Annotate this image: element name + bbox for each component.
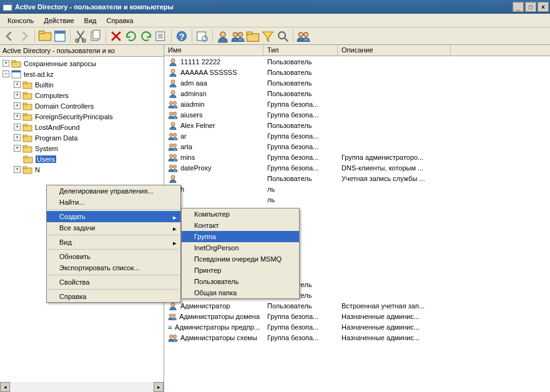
menu-item[interactable]: Все задачи▸ bbox=[47, 222, 180, 233]
tree-item-foreignsecurityprincipals[interactable]: +ForeignSecurityPrincipals bbox=[0, 111, 164, 122]
expand-toggle[interactable]: + bbox=[14, 92, 21, 99]
menu-item[interactable]: Найти... bbox=[47, 197, 180, 208]
menu-item[interactable]: Вид▸ bbox=[47, 237, 180, 248]
maximize-button[interactable]: □ bbox=[525, 2, 536, 12]
row-name: adminsn bbox=[180, 90, 207, 97]
tree-domain-root[interactable]: −test-ad.kz bbox=[0, 69, 164, 79]
list-row[interactable]: hль bbox=[164, 184, 550, 194]
forward-button[interactable] bbox=[17, 29, 31, 43]
list-row[interactable]: ПользовательУчетная запись службы ... bbox=[164, 173, 550, 184]
scroll-track[interactable] bbox=[10, 382, 154, 392]
menu-item[interactable]: Принтер bbox=[182, 265, 299, 276]
refresh2-button[interactable] bbox=[139, 29, 153, 43]
menu-item[interactable]: Псевдоним очереди MSMQ bbox=[182, 253, 299, 265]
list-row[interactable]: adm aaaПользователь bbox=[164, 77, 550, 88]
list-row[interactable]: AAAAAA SSSSSSПользователь bbox=[164, 67, 550, 77]
row-type: Пользователь bbox=[263, 122, 338, 129]
menu-item[interactable]: Делегирование управления... bbox=[47, 185, 180, 197]
column-type[interactable]: Тип bbox=[263, 45, 338, 56]
list-row[interactable]: adminsnПользователь bbox=[164, 88, 550, 99]
delete-button[interactable] bbox=[109, 29, 123, 43]
tree-item-system[interactable]: +System bbox=[0, 143, 164, 154]
expand-toggle[interactable]: − bbox=[2, 71, 9, 77]
list-row[interactable]: aiadminГруппа безопа... bbox=[164, 99, 550, 109]
copy-button[interactable] bbox=[89, 29, 102, 43]
add-to-group-button[interactable] bbox=[297, 29, 310, 43]
tree-item-lostandfound[interactable]: +LostAndFound bbox=[0, 122, 164, 132]
list-row[interactable]: arГруппа безопа... bbox=[164, 130, 550, 141]
column-desc[interactable]: Описание bbox=[338, 45, 451, 56]
menu-item[interactable]: Экспортировать список... bbox=[47, 262, 180, 273]
export-button[interactable] bbox=[154, 29, 168, 43]
list-row[interactable]: Администраторы схемыГруппа безопа...Назн… bbox=[164, 332, 550, 343]
properties-button[interactable] bbox=[53, 29, 67, 43]
tree-item-n[interactable]: +N bbox=[0, 164, 164, 175]
tree-item-builtin[interactable]: +Builtin bbox=[0, 79, 164, 90]
menu-item[interactable]: Группа bbox=[182, 231, 299, 242]
find-button[interactable] bbox=[195, 29, 209, 43]
list-row[interactable]: artaГруппа безопа... bbox=[164, 141, 550, 152]
back-button[interactable] bbox=[2, 29, 16, 43]
tree-item-label: Domain Controllers bbox=[35, 102, 94, 110]
tree-item-computers[interactable]: +Computers bbox=[0, 90, 164, 100]
row-type: Группа безопа... bbox=[263, 313, 338, 320]
menu-item[interactable]: Справка bbox=[47, 291, 180, 302]
menu-item[interactable]: Общая папка bbox=[182, 287, 299, 298]
menu-item[interactable]: Свойства bbox=[47, 277, 180, 288]
list-row[interactable]: Администраторы доменаГруппа безопа...Наз… bbox=[164, 311, 550, 321]
list-row[interactable]: dateProxyГруппа безопа...DNS-клиенты, ко… bbox=[164, 162, 550, 173]
refresh1-button[interactable] bbox=[124, 29, 138, 43]
menu-item[interactable]: Создать▸ bbox=[47, 211, 180, 222]
tree-item-domain controllers[interactable]: +Domain Controllers bbox=[0, 100, 164, 111]
expand-toggle[interactable]: + bbox=[2, 60, 9, 67]
tree-item-program data[interactable]: +Program Data bbox=[0, 132, 164, 143]
submenu-arrow-icon: ▸ bbox=[173, 213, 177, 222]
menu-item[interactable]: Компьютер bbox=[182, 208, 299, 220]
tree-header[interactable]: Active Directory - пользователи и ко bbox=[0, 45, 164, 57]
menu-action[interactable]: Действие bbox=[39, 15, 79, 26]
new-ou-button[interactable] bbox=[246, 29, 260, 43]
svg-rect-8 bbox=[55, 31, 66, 33]
menu-separator bbox=[48, 249, 179, 250]
list-row[interactable]: ль bbox=[164, 194, 550, 205]
row-type: Пользователь bbox=[263, 90, 338, 97]
up-button[interactable] bbox=[38, 29, 52, 43]
filter-button[interactable] bbox=[261, 29, 275, 43]
expand-toggle[interactable]: + bbox=[14, 102, 21, 109]
row-type: Группа безопа... bbox=[263, 132, 338, 140]
menu-console[interactable]: Консоль bbox=[2, 15, 39, 26]
menu-view[interactable]: Вид bbox=[79, 15, 102, 26]
expand-toggle[interactable]: + bbox=[14, 166, 21, 173]
new-user-button[interactable] bbox=[216, 29, 230, 43]
tree-item-label: LostAndFound bbox=[35, 124, 80, 131]
help-button[interactable]: ? bbox=[175, 29, 189, 43]
expand-toggle[interactable]: + bbox=[14, 124, 21, 130]
tree-saved-queries[interactable]: +Сохраненные запросы bbox=[0, 58, 164, 69]
list-row[interactable]: Alex FelnerПользователь bbox=[164, 120, 550, 130]
scroll-right-button[interactable]: ▸ bbox=[154, 382, 164, 392]
list-row[interactable]: aiusersГруппа безопа... bbox=[164, 109, 550, 120]
list-row[interactable]: 11111 22222Пользователь bbox=[164, 56, 550, 67]
expand-toggle[interactable]: + bbox=[14, 113, 21, 120]
expand-toggle[interactable]: + bbox=[14, 134, 21, 141]
expand-toggle[interactable]: + bbox=[14, 145, 21, 152]
row-name: dateProxy bbox=[180, 164, 212, 172]
menu-help[interactable]: Справка bbox=[102, 15, 139, 26]
menu-item[interactable]: Пользователь bbox=[182, 276, 299, 287]
close-button[interactable]: × bbox=[538, 2, 549, 12]
column-name[interactable]: Имя bbox=[164, 45, 263, 56]
menu-item[interactable]: Обновить bbox=[47, 251, 180, 262]
menu-item[interactable]: Контакт bbox=[182, 220, 299, 231]
menu-item[interactable]: InetOrgPerson bbox=[182, 242, 299, 253]
cut-button[interactable] bbox=[74, 29, 87, 43]
tree-item-users[interactable]: Users bbox=[0, 154, 164, 164]
expand-toggle[interactable]: + bbox=[14, 81, 21, 88]
list-row[interactable]: Администраторы предпр...Группа безопа...… bbox=[164, 321, 550, 332]
search-button[interactable] bbox=[276, 29, 290, 43]
scroll-left-button[interactable]: ◂ bbox=[0, 382, 10, 392]
minimize-button[interactable]: _ bbox=[513, 2, 524, 12]
new-group-button[interactable] bbox=[231, 29, 245, 43]
menu-separator bbox=[48, 275, 179, 275]
list-row[interactable]: minsГруппа безопа...Группа администратор… bbox=[164, 152, 550, 162]
list-row[interactable]: АдминистраторПользовательВстроенная учет… bbox=[164, 300, 550, 311]
